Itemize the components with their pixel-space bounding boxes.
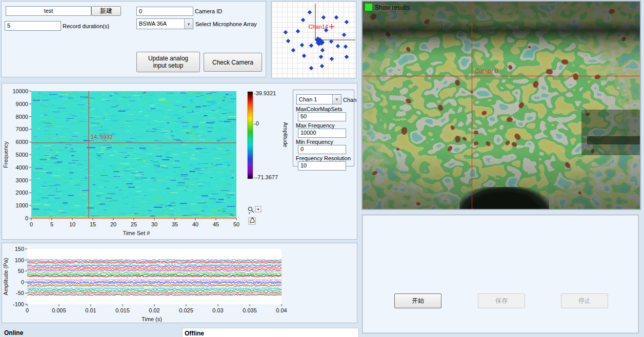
- start-button[interactable]: 开始: [394, 293, 441, 308]
- show-results-led[interactable]: [365, 3, 373, 11]
- axis-tick-label: 45: [213, 221, 219, 227]
- axis-tick-label: 4000: [16, 164, 28, 171]
- check-camera-button[interactable]: Check Camera: [204, 53, 262, 72]
- axis-tick-label: 0.035: [243, 307, 257, 313]
- axis-tick-label: 3000: [16, 177, 28, 183]
- mic-array-plot: Chan14: [271, 1, 356, 78]
- zoom-tool-icon[interactable]: [249, 207, 254, 215]
- record-duration-label: Record duration(s): [63, 23, 109, 29]
- camera-id-input[interactable]: 0: [136, 7, 193, 16]
- mic-dot: [344, 45, 348, 49]
- frequency-resolution-input[interactable]: 10: [298, 161, 346, 171]
- axis-tick-label: 0.01: [85, 307, 96, 313]
- axis-tick-label: 9000: [16, 101, 28, 107]
- spectrogram-cursor-label: 14, 5932: [91, 134, 113, 140]
- axis-tick-label: 0.04: [276, 307, 287, 313]
- mic-dot: [330, 57, 334, 61]
- camera-cursor-label: Cursor 0: [475, 68, 498, 75]
- min-frequency-input[interactable]: 0: [298, 145, 346, 154]
- mic-dot: [301, 18, 305, 22]
- chevron-down-icon[interactable]: ▾: [332, 95, 341, 104]
- axis-tick-label: -50: [16, 290, 24, 296]
- mic-dot: [302, 54, 306, 58]
- photo-dim-overlay: [363, 2, 640, 209]
- axis-tick-label: 10: [69, 221, 75, 227]
- axis-tick-label: 2000: [16, 189, 28, 196]
- axis-tick-label: 100: [15, 257, 24, 263]
- mic-dot: [319, 55, 323, 59]
- axis-tick-label: 0: [26, 307, 29, 313]
- axis-tick-label: -100: [13, 301, 24, 307]
- session-name-input[interactable]: test: [6, 6, 91, 16]
- axis-tick-label: 8000: [16, 114, 28, 120]
- record-duration-input[interactable]: 5: [5, 21, 61, 31]
- axis-tick-label: 30: [151, 221, 157, 227]
- chevron-down-icon[interactable]: ▾: [184, 19, 193, 29]
- chan-value: Chan 1: [297, 95, 332, 104]
- chan-cursor-icon[interactable]: [329, 24, 334, 29]
- mic-dot: [300, 43, 304, 47]
- axis-tick-label: 0: [21, 279, 24, 285]
- camera-cursor-vline[interactable]: [472, 2, 472, 209]
- axis-tick-label: 7000: [16, 126, 28, 132]
- axis-tick-label: 0.02: [149, 307, 159, 313]
- mic-dot: [345, 20, 349, 24]
- axis-tick-label: 10000: [12, 88, 28, 94]
- axis-tick-label: 0.025: [179, 307, 193, 313]
- axis-tick-label: 6000: [16, 139, 28, 145]
- spectrogram-dc-stripe: [31, 217, 236, 218]
- record-panel: 开始 保存 停止: [362, 215, 639, 333]
- camera-id-label: Camera ID: [195, 8, 222, 14]
- offline-status-label: Offline: [185, 330, 204, 337]
- axis-tick-label: 0.005: [52, 307, 66, 313]
- axis-tick-label: 150: [15, 246, 24, 252]
- mic-dot: [284, 30, 288, 34]
- update-analog-input-button[interactable]: Update analog input setup: [136, 52, 200, 72]
- pan-hand-icon[interactable]: [249, 218, 255, 224]
- show-results-label: Show results: [375, 4, 410, 11]
- x-axis-title: Time (s): [142, 316, 162, 322]
- axis-tick-label: 40: [192, 221, 198, 227]
- axis-tick-label: 1000: [16, 202, 28, 208]
- mic-array-scatter[interactable]: Chan14: [272, 2, 356, 78]
- colorbar-mid-label: -0: [254, 120, 259, 127]
- frequency-resolution-label: Frequency Resolution: [296, 155, 351, 161]
- chan-select[interactable]: Chan 1 ▾: [296, 94, 341, 104]
- max-frequency-input[interactable]: 10000: [298, 129, 346, 138]
- mic-dot: [309, 66, 313, 70]
- axis-tick-label: 50: [233, 221, 239, 227]
- mic-dot: [320, 64, 324, 68]
- camera-cursor-hline[interactable]: [363, 76, 640, 76]
- stop-button[interactable]: 停止: [561, 293, 608, 308]
- mic-dot: [336, 44, 340, 48]
- save-button[interactable]: 保存: [478, 293, 525, 308]
- mic-array-value: BSWA 36A: [137, 19, 184, 29]
- axis-tick-label: 35: [172, 221, 178, 227]
- axis-tick-label: 0: [25, 215, 28, 221]
- axis-tick-label: 0.03: [212, 307, 223, 313]
- mic-dot: [296, 29, 300, 33]
- colorbar-max-label: -39.9321: [254, 90, 276, 96]
- waveform-chart[interactable]: 150100500-50-10000.0050.010.0150.020.025…: [2, 243, 357, 323]
- setup-panel: test 新建 5 Record duration(s) 0 Camera ID…: [1, 1, 266, 77]
- mic-dot: [286, 39, 290, 43]
- axis-tick-label: 25: [131, 221, 137, 227]
- axis-tick-label: 5000: [16, 152, 28, 158]
- chan-cursor-label: Chan14: [308, 24, 328, 30]
- zoom-plus-glyph: +: [257, 206, 260, 212]
- mic-dot: [308, 10, 312, 14]
- min-frequency-label: Min Frequency: [296, 139, 333, 145]
- camera-acoustic-view[interactable]: Cursor 0 Show results: [361, 1, 641, 210]
- y-axis-title: Frequency: [3, 141, 9, 168]
- axis-tick-label: 0: [30, 221, 33, 227]
- max-frequency-label: Max Frequency: [296, 122, 335, 129]
- maxcolormapsets-input[interactable]: 50: [298, 112, 346, 121]
- chan-label: Chan: [343, 97, 356, 103]
- colorbar-min-label: --71.3677: [254, 174, 278, 180]
- mic-array-label: Select Microphone Array: [195, 21, 257, 27]
- mic-array-select[interactable]: BSWA 36A ▾: [136, 18, 193, 29]
- mic-dot: [345, 55, 349, 59]
- new-session-button[interactable]: 新建: [91, 6, 121, 16]
- axis-tick-label: 50: [18, 268, 24, 274]
- colorbar-title: Amplitude: [283, 122, 289, 148]
